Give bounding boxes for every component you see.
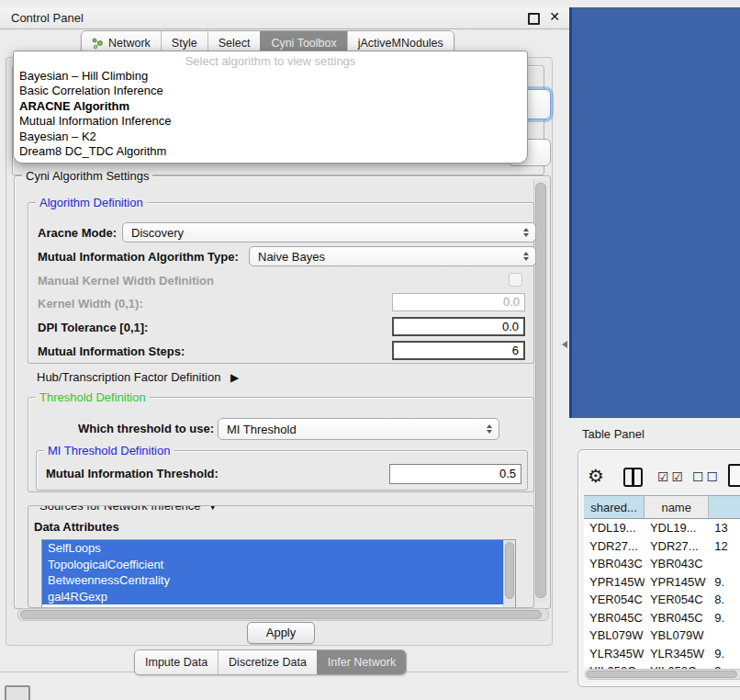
float-panel-icon[interactable] [528,13,540,25]
tab-label: Network [108,37,151,50]
data-attributes-list[interactable]: SelfLoopsTopologicalCoefficientBetweenne… [41,539,516,608]
dropdown-items: Bayesian – Hill ClimbingBasic Correlatio… [14,69,527,159]
tab-label: Select [219,37,251,50]
column-header-shared[interactable]: shared... [584,495,645,519]
mi-threshold-definition-title: MI Threshold Definition [44,444,174,457]
dropdown-item-aracne-algorithm[interactable]: ARACNE Algorithm [14,99,527,114]
table-cell: YDL19... [584,519,645,537]
aracne-mode-combo[interactable]: Discovery [122,222,536,243]
gear-icon[interactable]: ⚙ [588,465,604,487]
table-row[interactable]: YER054CYER054C8. [584,591,740,609]
table-row[interactable]: YBL079WYBL079W [584,627,740,645]
table-horizontal-scrollbar-thumb[interactable] [587,671,737,678]
table-horizontal-scrollbar[interactable] [585,669,740,680]
algorithm-dropdown-list: Select algorithm to view settings Bayesi… [13,51,528,164]
attribute-item-betweennesscentrality[interactable]: BetweennessCentrality [42,572,504,589]
table-row[interactable]: YBR045CYBR045C9. [584,609,740,627]
split-pane-collapse-icon[interactable] [562,341,567,348]
attribute-items: SelfLoopsTopologicalCoefficientBetweenne… [42,540,504,604]
settings-horizontal-scrollbar[interactable] [17,608,549,621]
mi-steps-input[interactable]: 6 [392,341,525,360]
threshold-definition-title: Threshold Definition [36,390,150,404]
tab-impute-data[interactable]: Impute Data [135,650,218,674]
table-cell: YBR043C [645,555,709,573]
dpi-tolerance-input[interactable]: 0.0 [392,317,525,336]
table-row[interactable]: YDR27...YDR27...12 [584,537,740,556]
sources-title-text: Sources for Network Inference [39,505,201,513]
tab-label: Style [172,37,197,50]
select-all-checkboxes-icon[interactable]: ☑☑ [657,469,686,484]
table-cell: YLR345W [584,645,645,663]
settings-group-title: Cyni Algorithm Settings [22,169,152,183]
which-threshold-value: MI Threshold [227,423,297,436]
mi-threshold-input[interactable]: 0.5 [389,464,521,484]
minimized-panel-icon[interactable] [5,685,30,700]
table-cell: 9. [709,609,740,627]
dropdown-item-bayesian-k2[interactable]: Bayesian – K2 [14,130,527,144]
mi-threshold-definition-group: MI Threshold Definition Mutual Informati… [36,450,528,491]
mi-type-combo[interactable]: Naive Bayes [249,246,536,266]
table-cell: YIL052C [584,662,645,669]
table-cell: 12 [709,537,740,556]
deselect-all-checkboxes-icon[interactable]: ☐☐ [692,469,721,484]
table-row[interactable]: YBR043CYBR043C [584,555,740,573]
mi-steps-label: Mutual Information Steps: [38,344,185,360]
attributes-scrollbar-thumb[interactable] [505,542,514,599]
attribute-item-selfloops[interactable]: SelfLoops [42,540,504,557]
table-cell: YBL079W [584,627,645,645]
column-header-name[interactable]: name [645,495,709,519]
table-row[interactable]: YLR345WYLR345W9. [584,645,740,663]
combo-arrows-icon [523,252,529,261]
dropdown-item-bayesian-hill-climbing[interactable]: Bayesian – Hill Climbing [14,69,527,84]
apply-button[interactable]: Apply [247,622,315,644]
dropdown-item-mutual-information-inference[interactable]: Mutual Information Inference [14,114,527,129]
tab-label: Discretize Data [229,656,307,669]
table-cell: 9 [709,662,740,669]
which-threshold-label: Which threshold to use: [78,421,214,437]
export-table-icon[interactable] [728,464,740,487]
settings-horizontal-scrollbar-thumb[interactable] [20,610,542,619]
table-cell [709,627,740,645]
collapse-arrow-icon[interactable]: ▼ [207,505,218,512]
table-cell: YPR145W [584,573,645,592]
kernel-width-label: Kernel Width (0,1): [38,296,143,312]
settings-vertical-scrollbar-thumb[interactable] [535,183,546,598]
settings-vertical-scrollbar[interactable] [533,180,547,603]
bottom-tab-bar: Impute DataDiscretize DataInfer Network [134,649,407,675]
dropdown-item-basic-correlation-inference[interactable]: Basic Correlation Inference [14,84,527,98]
tab-discretize-data[interactable]: Discretize Data [218,650,317,674]
table-cell: YIL052C [645,662,709,669]
table-header-row: shared...name [584,495,740,519]
tab-infer-network[interactable]: Infer Network [317,650,406,674]
network-icon [92,38,104,50]
tab-label: jActiveMNodules [358,37,443,50]
table-row[interactable]: YDL19...YDL19...13 [584,519,740,537]
table-cell [709,555,740,573]
algorithm-definition-title: Algorithm Definition [36,196,147,209]
expand-arrow-icon[interactable]: ▶ [230,371,239,384]
network-desktop: GAL7GAL80GAL10GAL1GAL11SWI4GAL4GCY1HAP4Y… [569,7,740,418]
table-row[interactable]: YIL052CYIL052C9 [584,662,740,669]
kernel-width-input[interactable]: 0.0 [392,293,525,311]
table-cell: YBR043C [584,555,645,573]
table-cell: YER054C [584,591,645,609]
columns-icon[interactable] [623,468,643,487]
dropdown-item-dream8-dc-tdc-algorithm[interactable]: Dream8 DC_TDC Algorithm [14,144,527,159]
mi-type-value: Naive Bayes [258,250,325,264]
close-icon[interactable]: ✕ [549,9,560,24]
algorithm-definition-group: Algorithm Definition Aracne Mode: Discov… [28,202,534,364]
hub-definition-label[interactable]: Hub/Transcription Factor Definition ▶ [37,369,239,386]
attribute-item-topologicalcoefficient[interactable]: TopologicalCoefficient [42,557,504,573]
tab-label: Infer Network [328,656,396,669]
attribute-item-gal4rgexp[interactable]: gal4RGexp [42,589,504,605]
which-threshold-combo[interactable]: MI Threshold [218,418,499,440]
screen: Control Panel ✕ NetworkStyleSelectCyni T… [0,0,740,700]
table-row[interactable]: YPR145WYPR145W9. [584,573,740,592]
attributes-scrollbar[interactable] [503,540,515,608]
table-cell: 9. [709,573,740,592]
aracne-mode-value: Discovery [131,226,184,240]
column-header-2[interactable] [709,495,740,519]
mi-type-label: Mutual Information Algorithm Type: [38,249,239,265]
table-cell: 9. [709,645,740,663]
manual-kernel-checkbox[interactable] [509,273,522,287]
